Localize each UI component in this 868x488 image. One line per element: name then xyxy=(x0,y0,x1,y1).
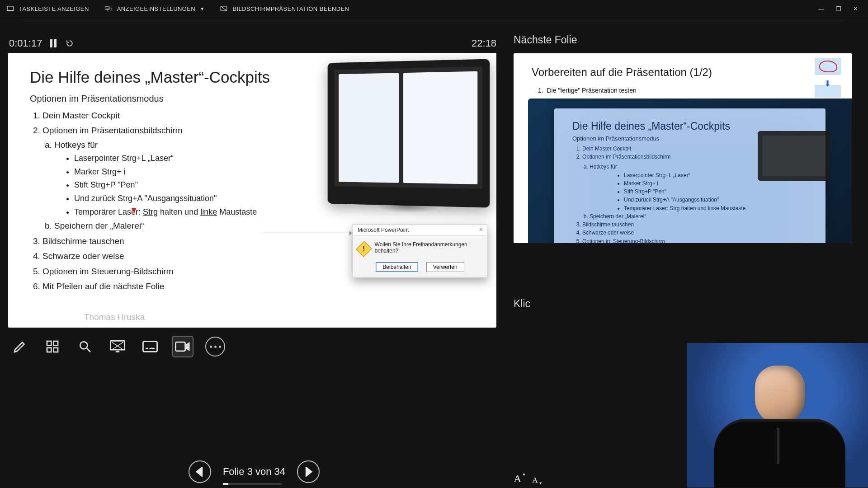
display-settings-icon xyxy=(104,5,113,13)
dialog-discard-button[interactable]: Verwerfen xyxy=(426,262,464,272)
pen-tool-button[interactable] xyxy=(10,337,30,357)
current-slide[interactable]: Die Hilfe deines „Master“-Cockpits Optio… xyxy=(8,53,496,328)
more-options-button[interactable] xyxy=(205,337,225,357)
next-slide-button[interactable] xyxy=(297,460,320,483)
end-slideshow-label: BILDSCHIRMPRÄSENTATION BEENDEN xyxy=(232,5,349,12)
presenter-topbar: TASKLEISTE ANZEIGEN ANZEIGEEINSTELLUNGEN… xyxy=(0,0,868,18)
projected-monitor-icon xyxy=(758,131,830,181)
timer-row: 0:01:17 22:18 xyxy=(9,38,500,49)
clock-time: 22:18 xyxy=(472,38,496,49)
next-slide-point1: 1. Die "fertige" Präsentation testen xyxy=(538,87,834,94)
dialog-keep-button[interactable]: Beibehalten xyxy=(376,262,418,272)
presenter-toolrow xyxy=(10,337,500,357)
next-slide-title: Vorbereiten auf die Präsentation (1/2) xyxy=(532,66,834,79)
next-slide-photo: Die Hilfe deines „Master“-Cockpits Optio… xyxy=(528,99,852,243)
prev-slide-button[interactable] xyxy=(189,460,211,483)
notes-placeholder[interactable]: Klic xyxy=(514,298,530,310)
svg-rect-7 xyxy=(47,341,51,345)
taskbar-icon xyxy=(6,5,14,13)
end-slideshow-button[interactable]: BILDSCHIRMPRÄSENTATION BEENDEN xyxy=(220,5,349,13)
down-arrow-icon: ⬇ xyxy=(824,79,831,89)
dialog-title: Microsoft PowerPoint xyxy=(358,227,409,233)
display-settings-label: ANZEIGEEINSTELLUNGEN xyxy=(117,5,195,12)
projected-title: Die Hilfe deines „Master“-Cockpits xyxy=(572,120,816,132)
svg-rect-6 xyxy=(54,39,57,47)
decrease-font-button[interactable]: A xyxy=(532,476,538,485)
close-button[interactable]: ✕ xyxy=(853,5,858,12)
svg-rect-9 xyxy=(47,348,51,352)
slide-item-6: Mit Pfeilen auf die nächste Folie xyxy=(42,279,483,293)
svg-point-11 xyxy=(80,342,87,349)
show-taskbar-button[interactable]: TASKLEISTE ANZEIGEN xyxy=(6,5,89,13)
slide-counter: Folie 3 von 34 xyxy=(223,466,285,478)
slide-author: Thomas Hruska xyxy=(84,312,483,322)
camera-button[interactable] xyxy=(173,337,193,357)
svg-rect-12 xyxy=(110,341,124,350)
increase-font-button[interactable]: A xyxy=(514,473,521,485)
minimize-button[interactable]: — xyxy=(818,5,824,12)
subtitles-button[interactable] xyxy=(140,337,160,357)
next-slide-preview[interactable]: Vorbereiten auf die Präsentation (1/2) 1… xyxy=(514,53,852,243)
pause-timer-button[interactable] xyxy=(48,38,58,48)
svg-rect-10 xyxy=(54,348,58,352)
elapsed-time: 0:01:17 xyxy=(9,38,42,49)
svg-rect-5 xyxy=(50,39,52,47)
svg-rect-13 xyxy=(143,342,157,352)
zoom-tool-button[interactable] xyxy=(75,337,95,357)
svg-rect-1 xyxy=(7,10,14,11)
annotation-scribble: ⬇ xyxy=(805,58,841,98)
restore-button[interactable]: ❐ xyxy=(836,5,841,12)
end-slideshow-icon xyxy=(220,5,228,13)
display-settings-button[interactable]: ANZEIGEEINSTELLUNGEN ▼ xyxy=(104,5,205,13)
presenter-webcam[interactable] xyxy=(687,343,868,488)
svg-rect-14 xyxy=(175,342,185,351)
slide-nav: Folie 3 von 34 xyxy=(8,460,500,483)
restart-timer-button[interactable] xyxy=(65,38,75,48)
next-slide-heading: Nächste Folie xyxy=(514,34,868,46)
dialog-close-icon[interactable]: ✕ xyxy=(479,226,483,233)
window-controls: — ❐ ✕ xyxy=(818,5,862,12)
see-all-slides-button[interactable] xyxy=(42,337,62,357)
dialog-message: Wollen Sie Ihre Freihandanmerkungen beha… xyxy=(375,241,481,254)
dropdown-caret-icon: ▼ xyxy=(200,6,204,11)
black-screen-button[interactable] xyxy=(108,337,127,357)
svg-rect-8 xyxy=(54,341,58,345)
slide-monitor-illustration xyxy=(328,59,490,207)
notes-font-controls: A A xyxy=(514,473,538,485)
show-taskbar-label: TASKLEISTE ANZEIGEN xyxy=(19,5,89,12)
warning-icon xyxy=(356,241,372,257)
ink-annotations-dialog: Microsoft PowerPoint✕ Wollen Sie Ihre Fr… xyxy=(353,224,487,278)
